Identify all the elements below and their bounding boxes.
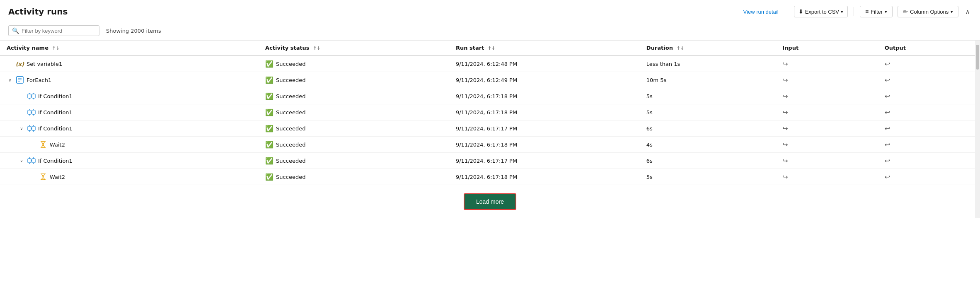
input-icon[interactable]: ↪ bbox=[782, 108, 788, 116]
status-check-icon: ✅ bbox=[265, 108, 273, 116]
collapse-button[interactable]: ∨ bbox=[18, 157, 25, 164]
input-icon[interactable]: ↪ bbox=[782, 60, 788, 68]
page-container: Activity runs View run detail ⬇ Export t… bbox=[0, 0, 980, 218]
divider-1 bbox=[788, 7, 788, 16]
duration-cell: 5s bbox=[640, 104, 776, 120]
input-icon[interactable]: ↪ bbox=[782, 76, 788, 84]
output-cell: ↩ bbox=[878, 104, 980, 120]
input-cell: ↪ bbox=[776, 88, 878, 104]
activity-name-label: If Condition1 bbox=[38, 93, 73, 99]
activity-status-cell: ✅ Succeeded bbox=[259, 55, 449, 72]
col-activity-status[interactable]: Activity status ↑↓ bbox=[259, 41, 449, 55]
status-label: Succeeded bbox=[276, 93, 305, 99]
close-icon[interactable]: ∧ bbox=[963, 6, 972, 17]
status-label: Succeeded bbox=[276, 158, 305, 164]
collapse-button[interactable]: ∨ bbox=[18, 125, 25, 132]
output-cell: ↩ bbox=[878, 153, 980, 169]
sort-icon-run-start: ↑↓ bbox=[488, 46, 495, 51]
input-icon[interactable]: ↪ bbox=[782, 157, 788, 165]
activity-name-cell: Wait2 bbox=[0, 137, 259, 153]
load-more-button[interactable]: Load more bbox=[464, 193, 516, 210]
activity-name-cell: ∨ If Condition1 bbox=[0, 120, 259, 137]
run-start-cell: 9/11/2024, 6:17:18 PM bbox=[449, 169, 640, 185]
column-options-button[interactable]: ✏ Column Options ▾ bbox=[898, 6, 958, 17]
svg-rect-8 bbox=[32, 159, 35, 163]
output-icon[interactable]: ↩ bbox=[885, 125, 890, 132]
table-row: Wait2 ✅ Succeeded 9/11/2024, 6:17:18 PM5… bbox=[0, 169, 980, 185]
output-cell: ↩ bbox=[878, 137, 980, 153]
output-icon[interactable]: ↩ bbox=[885, 157, 890, 165]
output-icon[interactable]: ↩ bbox=[885, 92, 890, 100]
input-icon[interactable]: ↪ bbox=[782, 173, 788, 181]
col-run-start[interactable]: Run start ↑↓ bbox=[449, 41, 640, 55]
sort-icon-name: ↑↓ bbox=[52, 46, 60, 51]
activity-name-label: If Condition1 bbox=[38, 109, 73, 116]
table-row: ∨ ForEach1 ✅ Succeeded 9/11/2024, 6:12:4… bbox=[0, 72, 980, 88]
output-cell: ↩ bbox=[878, 88, 980, 104]
output-icon[interactable]: ↩ bbox=[885, 76, 890, 84]
output-icon[interactable]: ↩ bbox=[885, 108, 890, 116]
duration-cell: 10m 5s bbox=[640, 72, 776, 88]
if-condition-icon bbox=[27, 108, 36, 116]
export-to-csv-button[interactable]: ⬇ Export to CSV ▾ bbox=[794, 6, 848, 17]
input-cell: ↪ bbox=[776, 55, 878, 72]
output-icon[interactable]: ↩ bbox=[885, 173, 890, 181]
col-activity-name[interactable]: Activity name ↑↓ bbox=[0, 41, 259, 55]
foreach-icon bbox=[16, 76, 24, 84]
output-icon[interactable]: ↩ bbox=[885, 60, 890, 68]
load-more-container: Load more bbox=[0, 185, 980, 218]
run-start-cell: 9/11/2024, 6:12:49 PM bbox=[449, 72, 640, 88]
scrollbar-thumb[interactable] bbox=[976, 45, 979, 70]
input-cell: ↪ bbox=[776, 120, 878, 137]
filter-button[interactable]: ≡ Filter ▾ bbox=[860, 6, 893, 17]
input-icon[interactable]: ↪ bbox=[782, 92, 788, 100]
table-row: (x)Set variable1 ✅ Succeeded 9/11/2024, … bbox=[0, 55, 980, 72]
run-start-cell: 9/11/2024, 6:17:18 PM bbox=[449, 137, 640, 153]
activity-name-cell: If Condition1 bbox=[0, 88, 259, 104]
header-actions: View run detail ⬇ Export to CSV ▾ ≡ Filt… bbox=[740, 6, 972, 17]
activity-name-label: Wait2 bbox=[50, 174, 65, 180]
table-row: If Condition1 ✅ Succeeded 9/11/2024, 6:1… bbox=[0, 104, 980, 120]
search-icon: 🔍 bbox=[12, 27, 19, 34]
activity-name-label: ForEach1 bbox=[27, 77, 51, 83]
run-start-cell: 9/11/2024, 6:17:18 PM bbox=[449, 88, 640, 104]
activity-name-cell: ∨ If Condition1 bbox=[0, 153, 259, 169]
showing-items-label: Showing 2000 items bbox=[106, 28, 161, 34]
activity-name-cell: If Condition1 bbox=[0, 104, 259, 120]
filter-icon: ≡ bbox=[865, 8, 869, 15]
if-condition-icon bbox=[27, 157, 36, 165]
page-header: Activity runs View run detail ⬇ Export t… bbox=[0, 0, 980, 21]
activity-name-label: Wait2 bbox=[50, 142, 65, 148]
status-label: Succeeded bbox=[276, 174, 305, 180]
col-duration[interactable]: Duration ↑↓ bbox=[640, 41, 776, 55]
run-start-cell: 9/11/2024, 6:17:18 PM bbox=[449, 104, 640, 120]
duration-cell: 6s bbox=[640, 120, 776, 137]
search-input[interactable] bbox=[22, 28, 88, 34]
output-icon[interactable]: ↩ bbox=[885, 141, 890, 149]
status-label: Succeeded bbox=[276, 142, 305, 148]
activity-status-cell: ✅ Succeeded bbox=[259, 104, 449, 120]
input-icon[interactable]: ↪ bbox=[782, 141, 788, 149]
input-cell: ↪ bbox=[776, 137, 878, 153]
duration-cell: 4s bbox=[640, 137, 776, 153]
input-icon[interactable]: ↪ bbox=[782, 125, 788, 132]
download-icon: ⬇ bbox=[799, 8, 803, 15]
activity-name-cell: ∨ ForEach1 bbox=[0, 72, 259, 88]
activity-name-label: If Condition1 bbox=[38, 158, 73, 164]
run-start-cell: 9/11/2024, 6:17:17 PM bbox=[449, 153, 640, 169]
column-options-chevron-icon: ▾ bbox=[951, 9, 953, 14]
collapse-button[interactable]: ∨ bbox=[7, 77, 13, 83]
status-check-icon: ✅ bbox=[265, 125, 273, 132]
search-box[interactable]: 🔍 bbox=[8, 25, 99, 36]
svg-rect-4 bbox=[32, 110, 35, 114]
activity-status-cell: ✅ Succeeded bbox=[259, 137, 449, 153]
input-cell: ↪ bbox=[776, 104, 878, 120]
col-output: Output bbox=[878, 41, 980, 55]
status-label: Succeeded bbox=[276, 109, 305, 116]
activity-name-label: Set variable1 bbox=[27, 61, 62, 67]
scrollbar[interactable] bbox=[975, 41, 980, 218]
status-check-icon: ✅ bbox=[265, 141, 273, 149]
output-cell: ↩ bbox=[878, 169, 980, 185]
filter-chevron-icon: ▾ bbox=[885, 9, 887, 14]
view-run-detail-button[interactable]: View run detail bbox=[740, 7, 782, 17]
